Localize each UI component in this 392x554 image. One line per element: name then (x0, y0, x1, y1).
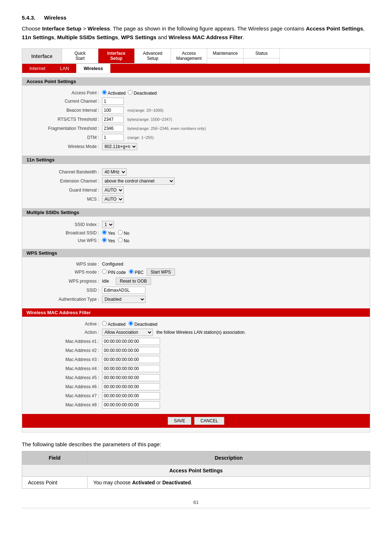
nav-interface-setup-label[interactable]: InterfaceSetup (98, 49, 134, 63)
broadcast-ssid-yes-radio[interactable] (102, 230, 107, 235)
wireless-mode-label: Wireless Mode : (29, 144, 102, 149)
guard-interval-row: Guard Interval : AUTO Long Short (29, 186, 363, 194)
mac-action-row: Action : Allow Association Deny Associat… (29, 329, 363, 336)
nav-maintenance[interactable]: Maintenance (207, 49, 244, 63)
wps-ssid-row: SSID : (29, 287, 363, 294)
broadcast-ssid-no-radio[interactable] (118, 230, 123, 235)
wps-ssid-value (102, 287, 146, 294)
cancel-button[interactable]: CANCEL (194, 417, 224, 425)
mac-activated-label[interactable]: Activated (102, 321, 126, 327)
mcs-row: MCS : AUTO (29, 196, 363, 203)
ssid-index-select[interactable]: 1 2 3 4 (102, 221, 114, 228)
channel-bw-row: Channel Bandwidth : 20 MHz 40 MHz (29, 168, 363, 176)
broadcast-ssid-no-label[interactable]: No (118, 230, 130, 236)
broadcast-ssid-yes-label[interactable]: Yes (102, 230, 115, 236)
nav-access-mgmt[interactable]: AccessManagement (171, 49, 207, 63)
broadcast-ssid-label: Broadcast SSID : (29, 230, 102, 235)
mac-addr-4-row: Mac Address #4 : (29, 365, 363, 372)
wps-pin-label[interactable]: PIN code (102, 269, 126, 275)
access-point-settings-section-row: Access Point Settings (22, 465, 370, 477)
mac-addr-1-label: Mac Address #1 : (29, 339, 102, 344)
access-point-settings-section-label: Access Point Settings (22, 465, 370, 477)
save-button[interactable]: SAVE (168, 417, 191, 425)
mac-addr-1-input[interactable] (102, 338, 160, 345)
nav-status[interactable]: Status (244, 49, 280, 63)
auth-type-select[interactable]: Disabled WEP WPA-PSK WPA2-PSK (102, 296, 146, 303)
nav-access-mgmt-label[interactable]: AccessManagement (171, 49, 207, 63)
rts-input[interactable] (102, 116, 124, 123)
11n-settings-form: Channel Bandwidth : 20 MHz 40 MHz Extens… (22, 167, 370, 208)
beacon-interval-value: ms(range: 20~1000) (102, 107, 163, 114)
mac-deactivated-label[interactable]: Deactivated (128, 321, 158, 327)
wireless-mode-select[interactable]: 802.11b+g+n 802.11b 802.11g 802.11n (102, 143, 137, 150)
nav-status-label[interactable]: Status (244, 49, 279, 58)
wps-progress-row: WPS progress : Idle Reset to OOB (29, 278, 363, 285)
router-ui-container: Interface QuickStart InterfaceSetup Adva… (22, 48, 370, 432)
mac-action-select[interactable]: Allow Association Deny Association (102, 329, 153, 336)
mac-addr-5-label: Mac Address #5 : (29, 375, 102, 380)
description-col-header: Description (87, 451, 370, 465)
nav-quick-start[interactable]: QuickStart (62, 49, 98, 63)
wps-pin-radio[interactable] (102, 269, 107, 274)
wps-state-row: WPS state : Configured (29, 262, 363, 267)
nav-advanced-setup-label[interactable]: AdvancedSetup (135, 49, 171, 63)
mac-addr-2-value (102, 347, 160, 354)
wps-pbc-radio[interactable] (129, 269, 134, 274)
nav-quick-start-label[interactable]: QuickStart (62, 49, 98, 63)
mac-addr-8-input[interactable] (102, 401, 160, 409)
mac-addr-7-input[interactable] (102, 392, 160, 399)
use-wps-yes-label[interactable]: Yes (102, 238, 115, 243)
dtm-input[interactable] (102, 134, 124, 141)
ext-channel-select[interactable]: above the control channel below the cont… (102, 177, 175, 185)
mac-deactivated-radio[interactable] (128, 321, 133, 326)
mac-addr-5-input[interactable] (102, 374, 160, 381)
rts-value: bytes(range: 1500~2347) (102, 116, 172, 123)
access-point-activated-radio[interactable] (102, 90, 107, 95)
mac-addr-2-row: Mac Address #2 : (29, 347, 363, 354)
start-wps-button[interactable]: Start WPS (147, 268, 175, 276)
access-point-field-cell: Access Point (22, 477, 87, 489)
intro-interface-setup: Interface Setup (42, 25, 81, 32)
mac-activated-radio[interactable] (102, 321, 107, 326)
channel-bw-value: 20 MHz 40 MHz (102, 168, 127, 176)
mac-addr-6-value (102, 383, 160, 390)
nav-advanced-setup[interactable]: AdvancedSetup (135, 49, 171, 63)
use-wps-yes-radio[interactable] (102, 238, 107, 242)
save-bar: SAVE CANCEL (22, 414, 370, 428)
access-point-activated-label[interactable]: Activated (102, 90, 126, 96)
mcs-label: MCS : (29, 197, 102, 202)
wps-state-value: Configured (102, 262, 123, 267)
rts-hint: bytes(range: 1500~2347) (127, 117, 172, 122)
nav-interface-setup[interactable]: InterfaceSetup (98, 49, 135, 63)
current-channel-input[interactable] (102, 98, 124, 105)
frag-input[interactable] (102, 125, 124, 132)
use-wps-no-radio[interactable] (118, 238, 123, 242)
access-point-deactivated-label[interactable]: Deactivated (128, 90, 157, 96)
mcs-select[interactable]: AUTO (102, 196, 124, 203)
mac-active-value: Activated Deactivated (102, 321, 158, 327)
access-point-deactivated-radio[interactable] (128, 90, 132, 95)
wireless-mac-header: Wireless MAC Address Filter (22, 308, 370, 317)
sub-tabs: Internet LAN Wireless (22, 64, 370, 73)
wps-pbc-label[interactable]: PBC (129, 269, 144, 275)
mac-addr-4-value (102, 365, 160, 372)
channel-bw-select[interactable]: 20 MHz 40 MHz (102, 168, 127, 176)
wps-ssid-input[interactable] (102, 287, 146, 294)
mac-addr-3-input[interactable] (102, 356, 160, 363)
mac-addr-6-input[interactable] (102, 383, 160, 390)
nav-maintenance-label[interactable]: Maintenance (207, 49, 243, 58)
use-wps-no-label[interactable]: No (118, 238, 130, 243)
mac-addr-4-input[interactable] (102, 365, 160, 372)
mac-addr-2-input[interactable] (102, 347, 160, 354)
beacon-interval-input[interactable] (102, 107, 124, 114)
frag-hint: bytes(range: 256~2346, even numbers only… (127, 126, 206, 131)
reset-oob-button[interactable]: Reset to OOB (116, 278, 151, 285)
sub-tab-internet[interactable]: Internet (22, 64, 53, 73)
wps-mode-label: WPS mode : (29, 270, 102, 275)
auth-type-value: Disabled WEP WPA-PSK WPA2-PSK (102, 296, 146, 303)
sub-tab-lan[interactable]: LAN (53, 64, 76, 73)
guard-interval-select[interactable]: AUTO Long Short (102, 186, 124, 194)
sub-tab-wireless[interactable]: Wireless (76, 64, 110, 73)
multiple-ssids-form: SSID Index : 1 2 3 4 Broadcast SSID : Ye… (22, 219, 370, 249)
mcs-value: AUTO (102, 196, 124, 203)
